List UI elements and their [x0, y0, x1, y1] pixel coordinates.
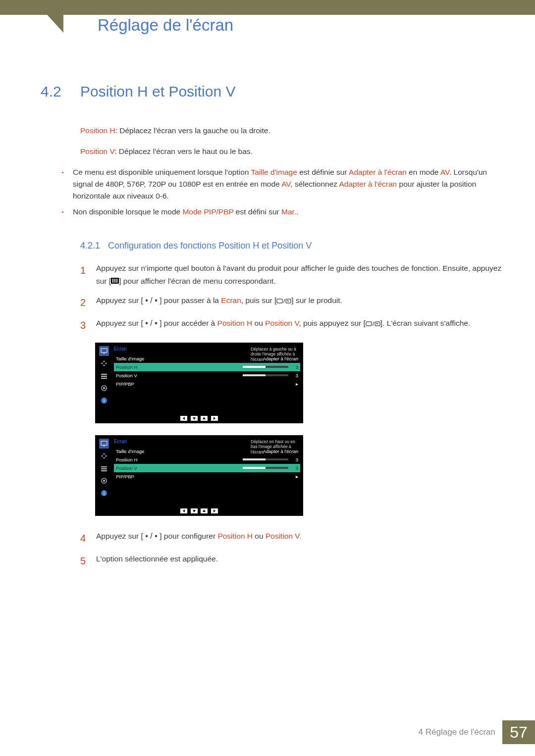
osd-screenshots: Déplacez à gauche ou à droite l'image af… — [95, 343, 502, 516]
svg-rect-10 — [101, 349, 107, 353]
osd-row-position-v: Position V3 — [114, 464, 300, 472]
svg-rect-13 — [101, 376, 107, 377]
svg-point-29 — [103, 480, 105, 482]
svg-text:/: / — [373, 321, 374, 327]
step-5: 5 L'option sélectionnée est appliquée. — [80, 553, 502, 569]
note-item-1: Ce menu est disponible uniquement lorsqu… — [73, 166, 502, 202]
subsection-heading: 4.2.1 Configuration des fonctions Positi… — [80, 241, 502, 251]
steps-list-cont: 4 Appuyez sur [ • / • ] pour configurer … — [80, 530, 502, 569]
osd-category-icons: i — [95, 438, 113, 498]
gear-icon — [99, 383, 109, 393]
note-list: Ce menu est disponible uniquement lorsqu… — [73, 166, 502, 218]
page-number: 57 — [502, 720, 535, 744]
info-icon: i — [99, 396, 109, 405]
dot-slash-dot-icon: • / • — [143, 532, 160, 540]
osd-help-text: Déplacez en haut ou en bas l'image affic… — [251, 439, 300, 455]
nav-left-icon — [180, 416, 187, 421]
svg-text:i: i — [104, 398, 105, 403]
osd-row-position-h: Position H3 — [114, 363, 300, 371]
footer-chapter-ref: 4 Réglage de l'écran — [419, 727, 495, 737]
osd-category-icons: i — [95, 345, 113, 405]
step-3: 3 Appuyez sur [ • / • ] pour accéder à P… — [80, 317, 502, 334]
svg-rect-4 — [277, 299, 282, 303]
enter-return-icon: / — [366, 319, 380, 327]
dot-slash-dot-icon: • / • — [143, 297, 160, 304]
gear-icon — [99, 476, 109, 486]
dot-slash-dot-icon: • / • — [143, 319, 160, 327]
step-4: 4 Appuyez sur [ • / • ] pour configurer … — [80, 530, 502, 547]
steps-list: 1 Appuyez sur n'importe quel bouton à l'… — [80, 262, 502, 334]
position-h-label: Position H — [80, 126, 115, 135]
svg-rect-11 — [103, 353, 105, 353]
svg-rect-24 — [103, 446, 105, 446]
info-icon: i — [99, 488, 109, 498]
nav-down-icon — [191, 508, 198, 513]
svg-rect-2 — [114, 279, 115, 283]
section-title: Position H et Position V — [80, 83, 236, 100]
svg-rect-25 — [101, 466, 107, 467]
chapter-tab-triangle — [34, 0, 63, 33]
nav-down-icon — [191, 416, 198, 421]
subsection-number: 4.2.1 — [80, 241, 108, 251]
svg-rect-12 — [101, 374, 107, 375]
svg-point-16 — [103, 387, 105, 389]
osd-help-text: Déplacez à gauche ou à droite l'image af… — [251, 347, 300, 362]
display-icon — [99, 346, 109, 356]
enter-return-icon: / — [276, 296, 291, 304]
nav-left-icon — [180, 508, 187, 513]
osd-position-v: Déplacez en haut ou en bas l'image affic… — [95, 435, 303, 516]
top-banner — [0, 0, 535, 15]
page-footer: 4 Réglage de l'écran 57 — [419, 720, 535, 744]
osd-row-position-h: Position H3 — [114, 455, 300, 464]
position-icon — [99, 358, 109, 368]
page-content: 4.2 Position H et Position V Position H:… — [41, 83, 502, 575]
osd-row-pip-pbp: PIP/PBP▸ — [114, 380, 300, 388]
position-v-desc: Position V: Déplacez l'écran vers le hau… — [80, 146, 502, 157]
nav-right-icon — [211, 416, 218, 421]
svg-text:i: i — [104, 491, 105, 496]
osd-nav-bar — [95, 414, 303, 423]
svg-rect-23 — [101, 441, 107, 445]
list-icon — [99, 463, 109, 473]
osd-row-position-v: Position V3 — [114, 371, 300, 380]
display-icon — [99, 439, 109, 449]
chapter-title: Réglage de l'écran — [98, 16, 233, 35]
svg-rect-27 — [101, 470, 107, 471]
list-icon — [99, 371, 109, 381]
note-item-2: Non disponible lorsque le mode Mode PIP/… — [73, 206, 502, 218]
nav-up-icon — [201, 508, 208, 513]
osd-nav-bar — [95, 507, 303, 516]
position-v-label: Position V — [80, 147, 114, 155]
svg-text:/: / — [283, 298, 285, 304]
nav-right-icon — [211, 508, 218, 513]
step-1: 1 Appuyez sur n'importe quel bouton à l'… — [80, 262, 502, 288]
nav-up-icon — [201, 416, 208, 421]
svg-rect-7 — [366, 322, 372, 326]
svg-rect-3 — [116, 279, 117, 283]
section-heading: 4.2 Position H et Position V — [41, 83, 502, 100]
svg-rect-1 — [112, 279, 113, 283]
section-number: 4.2 — [41, 83, 80, 100]
position-h-desc: Position H: Déplacez l'écran vers la gau… — [80, 125, 502, 137]
menu-icon — [111, 278, 119, 284]
step-2: 2 Appuyez sur [ • / • ] pour passer à la… — [80, 294, 502, 311]
position-icon — [99, 451, 109, 461]
osd-row-pip-pbp: PIP/PBP▸ — [114, 472, 300, 481]
svg-rect-26 — [101, 468, 107, 469]
osd-position-h: Déplacez à gauche ou à droite l'image af… — [95, 343, 303, 423]
subsection-title: Configuration des fonctions Position H e… — [108, 241, 312, 251]
svg-rect-14 — [101, 378, 107, 379]
